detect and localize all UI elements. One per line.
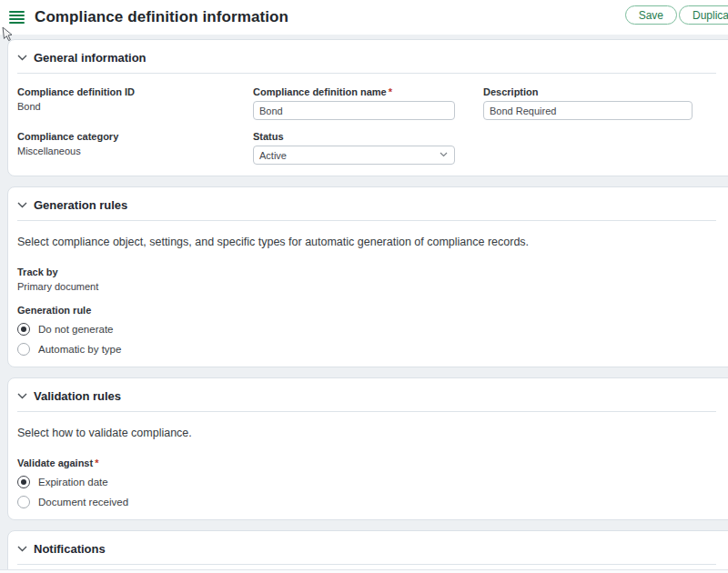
page-title: Compliance definition information [35,8,288,26]
section-title: Notifications [34,542,106,556]
section-validation-rules: Validation rules Select how to validate … [7,377,728,520]
duplicate-button[interactable]: Duplicate [679,5,728,25]
radio-button-icon [17,323,30,336]
compliance-category-label: Compliance category [17,131,253,142]
generation-rule-label: Generation rule [17,305,728,316]
section-general-information: General information Compliance definitio… [7,39,728,176]
section-generation-rules: Generation rules Select compliance objec… [7,186,728,367]
required-asterisk: * [389,86,392,97]
page-bottom-divider [0,569,728,573]
description-input[interactable] [483,101,693,120]
section-notifications-header[interactable]: Notifications [17,540,716,565]
compliance-definition-id-value: Bond [17,101,253,112]
description-label: Description [483,86,720,97]
status-select[interactable]: Active [253,146,455,165]
page-header: Compliance definition information Save D… [0,0,728,35]
chevron-down-icon [17,55,27,61]
track-by-value: Primary document [17,281,728,292]
validation-intro-text: Select how to validate compliance. [17,427,728,439]
section-notifications: Notifications Select the notification ty… [7,530,728,573]
save-button[interactable]: Save [625,5,677,25]
required-asterisk: * [95,457,98,468]
radio-button-icon [17,496,30,508]
form-content: General information Compliance definitio… [0,35,728,570]
compliance-definition-id-label: Compliance definition ID [17,86,253,97]
radio-expiration-date[interactable]: Expiration date [17,476,728,488]
compliance-definition-name-label: Compliance definition name* [253,86,483,97]
section-title: Generation rules [34,198,127,212]
section-generation-header[interactable]: Generation rules [17,196,716,221]
section-general-header[interactable]: General information [17,49,716,74]
section-validation-header[interactable]: Validation rules [17,387,716,412]
radio-do-not-generate[interactable]: Do not generate [17,323,728,336]
status-label: Status [253,131,483,142]
section-title: Validation rules [34,389,121,403]
compliance-definition-name-input[interactable] [253,101,455,120]
generation-intro-text: Select compliance object, settings, and … [17,236,728,248]
section-title: General information [34,51,147,65]
validate-against-label: Validate against* [17,457,728,468]
chevron-down-icon [17,202,27,208]
radio-automatic-by-type[interactable]: Automatic by type [17,343,728,356]
list-menu-icon[interactable] [9,11,25,24]
compliance-category-value: Miscellaneous [17,146,253,156]
track-by-label: Track by [17,266,728,277]
chevron-down-icon [17,546,27,552]
radio-button-icon [17,343,30,356]
radio-document-received[interactable]: Document received [17,496,728,508]
radio-button-icon [17,476,30,488]
chevron-down-icon [17,393,27,399]
